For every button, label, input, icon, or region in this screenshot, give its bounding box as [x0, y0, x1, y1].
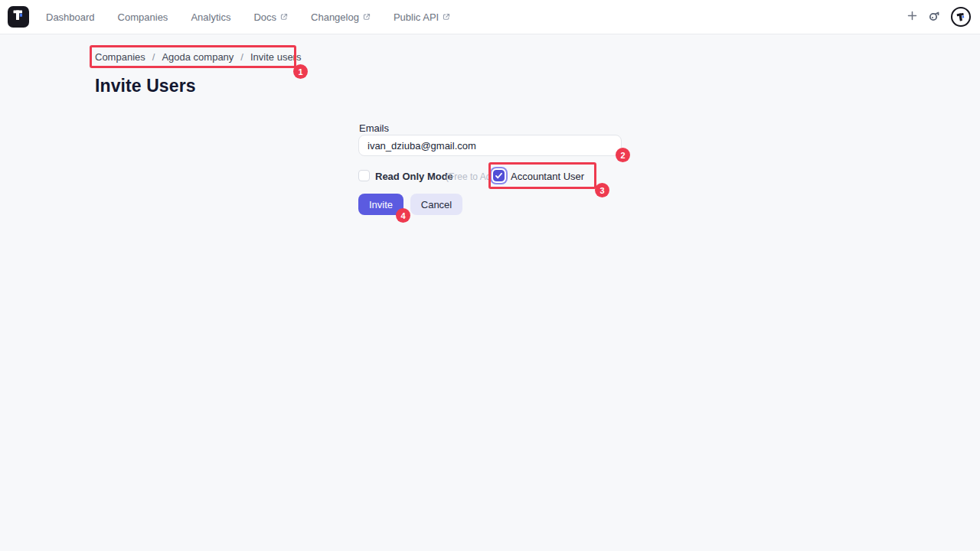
- nav-label: Dashboard: [46, 11, 95, 23]
- external-link-icon: [363, 11, 371, 23]
- search-icon: [928, 9, 941, 25]
- checkmark-icon: [495, 171, 503, 180]
- breadcrumb: Companies / Agoda company / Invite users: [95, 51, 301, 63]
- invite-button[interactable]: Invite: [358, 194, 403, 215]
- nav-item-changelog[interactable]: Changelog: [311, 11, 371, 23]
- nav-item-companies[interactable]: Companies: [118, 11, 168, 23]
- breadcrumb-invite-users[interactable]: Invite users: [250, 51, 301, 63]
- breadcrumb-agoda-company[interactable]: Agoda company: [162, 51, 234, 63]
- external-link-icon: [280, 11, 288, 23]
- nav-item-dashboard[interactable]: Dashboard: [46, 11, 95, 23]
- header-actions: [906, 7, 971, 27]
- nav-label: Companies: [118, 11, 168, 23]
- breadcrumb-separator: /: [240, 51, 243, 63]
- app-logo[interactable]: [8, 6, 29, 28]
- nav-label: Public API: [394, 11, 439, 23]
- annotation-badge-1: 1: [293, 64, 308, 79]
- nav-label: Docs: [253, 11, 276, 23]
- breadcrumb-companies[interactable]: Companies: [95, 51, 145, 63]
- main-nav: Dashboard Companies Analytics Docs: [46, 11, 450, 23]
- read-only-mode-label[interactable]: Read Only Mode: [375, 171, 453, 182]
- plus-icon: [906, 10, 918, 24]
- nav-label: Analytics: [191, 11, 230, 23]
- annotation-badge-3: 3: [595, 183, 609, 197]
- accountant-user-label[interactable]: Accountant User: [511, 171, 584, 182]
- nav-item-docs[interactable]: Docs: [253, 11, 288, 23]
- add-button[interactable]: [906, 10, 918, 24]
- nav-item-public-api[interactable]: Public API: [394, 11, 450, 23]
- t-logo-icon: [11, 8, 25, 25]
- external-link-icon: [443, 11, 450, 23]
- read-only-mode-hint: (Free to Add): [446, 171, 499, 182]
- read-only-mode-checkbox[interactable]: [358, 170, 370, 181]
- cancel-button[interactable]: Cancel: [410, 194, 462, 215]
- emails-label: Emails: [359, 122, 389, 134]
- emails-input[interactable]: [358, 135, 622, 156]
- breadcrumb-separator: /: [152, 51, 155, 63]
- top-navbar: Dashboard Companies Analytics Docs: [0, 0, 980, 34]
- t-avatar-icon: [955, 11, 966, 22]
- invite-users-page: Dashboard Companies Analytics Docs: [0, 0, 980, 551]
- user-avatar[interactable]: [951, 7, 971, 27]
- search-button[interactable]: [928, 9, 941, 25]
- accountant-user-checkbox[interactable]: [493, 170, 505, 181]
- nav-item-analytics[interactable]: Analytics: [191, 11, 230, 23]
- page-title: Invite Users: [95, 76, 196, 96]
- nav-label: Changelog: [311, 11, 359, 23]
